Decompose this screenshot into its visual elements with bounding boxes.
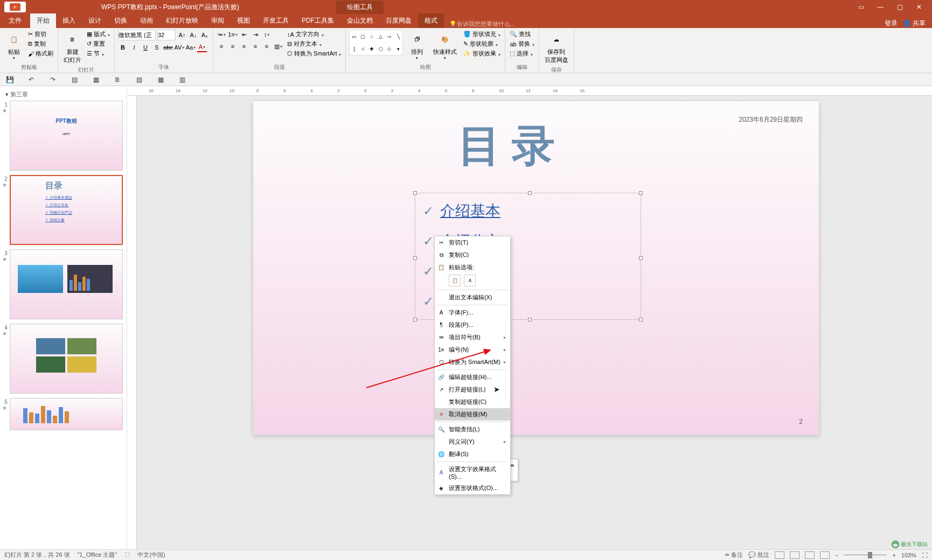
resize-handle-ne[interactable] bbox=[639, 191, 643, 195]
shape-effects-button[interactable]: ✨形状效果 bbox=[462, 49, 502, 58]
thumb-2-canvas[interactable]: 目录 ✓ 介绍基本信息 ✓ 介绍公文化 ✓ 详细介绍产品 ✓ 营销方案 bbox=[10, 175, 123, 245]
close-icon[interactable]: ✕ bbox=[914, 2, 924, 12]
view-reading-icon[interactable] bbox=[805, 551, 815, 559]
arrange-button[interactable]: 🗇排列▾ bbox=[406, 30, 428, 61]
ctx-copy[interactable]: ⧉复制(C) bbox=[435, 249, 510, 261]
font-name-input[interactable] bbox=[118, 30, 156, 40]
login-link[interactable]: 登录 bbox=[885, 19, 898, 28]
slide-canvas[interactable]: 2023年6月29日星期四 目录 ✓介绍基本 ✓介绍公文 ✓详细 bbox=[253, 101, 819, 435]
char-spacing-button[interactable]: AV bbox=[175, 43, 184, 52]
ctx-smartart[interactable]: ⬡转换为 SmartArt(M)▸ bbox=[435, 356, 510, 368]
resize-handle-e[interactable] bbox=[639, 256, 643, 260]
qa-icon-6[interactable]: 🗎 bbox=[113, 75, 122, 84]
shape-triangle-icon[interactable]: △ bbox=[379, 34, 382, 39]
select-button[interactable]: ⬚选择 bbox=[509, 49, 535, 58]
ctx-numbering[interactable]: 1≡编号(N)▸ bbox=[435, 344, 510, 356]
replace-button[interactable]: ab替换 bbox=[509, 39, 535, 48]
strike-button[interactable]: abc bbox=[163, 43, 173, 52]
minimize-icon[interactable]: — bbox=[875, 2, 886, 12]
find-button[interactable]: 🔍查找 bbox=[509, 30, 535, 39]
shape-plus-icon[interactable]: ✚ bbox=[370, 46, 374, 52]
layout-button[interactable]: ▦版式 bbox=[86, 30, 111, 39]
ctx-bullets[interactable]: ≔项目符号(B)▸ bbox=[435, 331, 510, 344]
ruler-vertical[interactable] bbox=[127, 96, 137, 549]
slide-thumb-3[interactable]: 3★ bbox=[2, 249, 124, 319]
shape-fill-button[interactable]: 🪣形状填充 bbox=[462, 30, 502, 39]
tab-insert[interactable]: 插入 bbox=[56, 13, 82, 28]
qa-icon-7[interactable]: ▤ bbox=[135, 75, 143, 84]
ctx-exit-text-edit[interactable]: 退出文本编辑(X) bbox=[435, 291, 510, 304]
line-spacing-button[interactable]: ↕ bbox=[262, 30, 272, 39]
qa-icon-9[interactable]: ▥ bbox=[178, 75, 186, 84]
shape-star-icon[interactable]: ☆ bbox=[361, 46, 365, 52]
save-icon[interactable]: 💾 bbox=[5, 75, 14, 84]
align-text-button[interactable]: ⊟对齐文本 bbox=[286, 39, 342, 48]
cut-button[interactable]: ✂剪切 bbox=[27, 30, 54, 39]
ruler-horizontal[interactable]: 1614121086420246810121416 bbox=[127, 86, 932, 96]
reset-button[interactable]: ↺重置 bbox=[86, 39, 111, 48]
slide-panel[interactable]: ▾ 第三章 1★ PPT教程•PPT 2★ 目录 ✓ 介绍基本信息 ✓ 介绍公文… bbox=[0, 86, 127, 549]
tab-slideshow[interactable]: 幻灯片放映 bbox=[159, 13, 205, 28]
tab-review[interactable]: 审阅 bbox=[205, 13, 231, 28]
tab-transitions[interactable]: 切换 bbox=[108, 13, 134, 28]
shape-roundrect-icon[interactable]: ▢ bbox=[360, 34, 365, 39]
ctx-shape-format[interactable]: ◈设置形状格式(O)... bbox=[435, 482, 510, 494]
shapes-gallery[interactable]: ▭▢○△⇨╲ {☆✚⬡◇▾ bbox=[349, 30, 403, 55]
ctx-smart-lookup[interactable]: 🔍智能查找(L) bbox=[435, 423, 510, 436]
shape-brace-icon[interactable]: { bbox=[353, 46, 355, 52]
italic-button[interactable]: I bbox=[129, 43, 139, 52]
tab-developer[interactable]: 开发工具 bbox=[256, 13, 295, 28]
resize-handle-se[interactable] bbox=[639, 318, 643, 321]
maximize-icon[interactable]: ▢ bbox=[894, 2, 905, 12]
align-center-button[interactable]: ≡ bbox=[228, 41, 238, 51]
view-slideshow-icon[interactable] bbox=[820, 551, 830, 559]
ctx-cut[interactable]: ✂剪切(T) bbox=[435, 236, 510, 249]
increase-font-icon[interactable]: A↑ bbox=[177, 30, 187, 40]
zoom-level[interactable]: 103% bbox=[901, 552, 916, 558]
view-sorter-icon[interactable] bbox=[790, 551, 799, 559]
tell-me-search[interactable]: 💡 告诉我您想要做什么... bbox=[449, 20, 515, 28]
ctx-translate[interactable]: 🌐翻译(S) bbox=[435, 448, 510, 460]
ctx-paragraph[interactable]: ¶段落(P)... bbox=[435, 319, 510, 331]
slide-thumb-2[interactable]: 2★ 目录 ✓ 介绍基本信息 ✓ 介绍公文化 ✓ 详细介绍产品 ✓ 营销方案 bbox=[2, 175, 124, 245]
panel-section-header[interactable]: ▾ 第三章 bbox=[2, 88, 124, 101]
shape-outline-button[interactable]: ✎形状轮廓 bbox=[462, 39, 502, 48]
section-button[interactable]: ☰节 bbox=[86, 49, 111, 58]
qa-icon-5[interactable]: ▦ bbox=[92, 75, 100, 84]
thumb-3-canvas[interactable] bbox=[10, 249, 123, 319]
zoom-slider[interactable] bbox=[844, 554, 887, 556]
tab-view[interactable]: 视图 bbox=[231, 13, 256, 28]
zoom-in-button[interactable]: + bbox=[892, 552, 895, 558]
convert-smartart-button[interactable]: ⬡转换为 SmartArt bbox=[286, 49, 342, 58]
tab-home[interactable]: 开始 bbox=[30, 13, 56, 28]
ctx-synonyms[interactable]: 同义词(Y)▸ bbox=[435, 436, 510, 448]
redo-icon[interactable]: ↷ bbox=[48, 75, 57, 84]
comments-button[interactable]: 💬 批注 bbox=[748, 551, 769, 559]
resize-handle-s[interactable] bbox=[528, 318, 532, 321]
tab-animations[interactable]: 动画 bbox=[134, 13, 159, 28]
status-language[interactable]: 中文(中国) bbox=[137, 551, 165, 559]
tab-baidu[interactable]: 百度网盘 bbox=[379, 13, 418, 28]
ribbon-display-icon[interactable]: ▭ bbox=[856, 2, 866, 12]
format-painter-button[interactable]: 🖌格式刷 bbox=[27, 49, 54, 58]
new-slide-button[interactable]: 🗎 新建 幻灯片 bbox=[61, 30, 84, 65]
paste-button[interactable]: 📋 粘贴 ▾ bbox=[3, 30, 25, 61]
thumb-4-canvas[interactable] bbox=[10, 324, 123, 394]
resize-handle-sw[interactable] bbox=[413, 318, 417, 321]
qa-icon-4[interactable]: ▤ bbox=[70, 75, 79, 84]
tab-kingsoft[interactable]: 金山文档 bbox=[340, 13, 379, 28]
paste-text-only-icon[interactable]: Ａ bbox=[464, 275, 476, 286]
slide-thumb-1[interactable]: 1★ PPT教程•PPT bbox=[2, 101, 124, 171]
increase-indent-button[interactable]: ⇥ bbox=[251, 30, 260, 39]
notes-button[interactable]: ≐ 备注 bbox=[725, 551, 743, 559]
font-color-button[interactable]: A bbox=[197, 43, 207, 52]
bold-button[interactable]: B bbox=[118, 43, 128, 52]
clear-format-icon[interactable]: Aₓ bbox=[200, 30, 210, 40]
zoom-handle[interactable] bbox=[868, 552, 872, 558]
align-right-button[interactable]: ≡ bbox=[239, 41, 249, 51]
save-baidu-button[interactable]: ☁ 保存到 百度网盘 bbox=[542, 30, 571, 65]
decrease-font-icon[interactable]: A↓ bbox=[189, 30, 198, 40]
zoom-out-button[interactable]: − bbox=[835, 552, 838, 558]
slide-thumb-4[interactable]: 4★ bbox=[2, 324, 124, 394]
thumb-1-canvas[interactable]: PPT教程•PPT bbox=[10, 101, 123, 171]
